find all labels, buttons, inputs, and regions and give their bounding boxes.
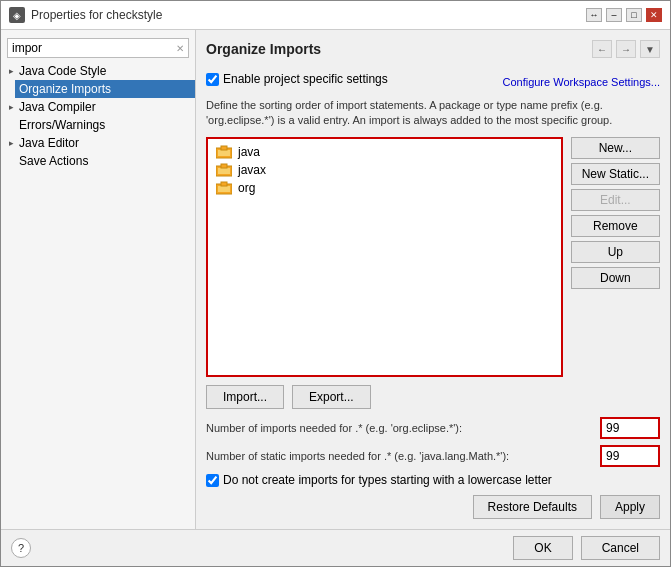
sidebar-item-label: Java Editor xyxy=(19,136,79,150)
lowercase-checkbox[interactable] xyxy=(206,474,219,487)
package-icon xyxy=(216,163,232,177)
title-bar-controls: ↔ – □ ✕ xyxy=(586,8,662,22)
expand-icon: ▸ xyxy=(5,65,17,77)
sidebar-item-save-actions[interactable]: Save Actions xyxy=(15,152,195,170)
lowercase-checkbox-label: Do not create imports for types starting… xyxy=(223,473,552,487)
close-button[interactable]: ✕ xyxy=(646,8,662,22)
new-static-button[interactable]: New Static... xyxy=(571,163,660,185)
new-button[interactable]: New... xyxy=(571,137,660,159)
list-item-label: org xyxy=(238,181,255,195)
sidebar-item-label: Errors/Warnings xyxy=(19,118,105,132)
page-title: Organize Imports xyxy=(206,41,321,57)
expand-icon: ▸ xyxy=(5,137,17,149)
remove-button[interactable]: Remove xyxy=(571,215,660,237)
export-button[interactable]: Export... xyxy=(292,385,371,409)
num-static-imports-row: Number of static imports needed for .* (… xyxy=(206,445,660,467)
list-item[interactable]: java xyxy=(212,143,557,161)
window-icon: ◈ xyxy=(9,7,25,23)
main-window: ◈ Properties for checkstyle ↔ – □ ✕ ✕ ▸ … xyxy=(0,0,671,567)
list-item[interactable]: javax xyxy=(212,161,557,179)
down-button[interactable]: Down xyxy=(571,267,660,289)
minimize-button[interactable]: – xyxy=(606,8,622,22)
package-icon xyxy=(216,145,232,159)
cancel-button[interactable]: Cancel xyxy=(581,536,660,560)
svg-rect-8 xyxy=(221,182,227,186)
java-compiler-children: Errors/Warnings xyxy=(1,116,195,134)
action-buttons-row: Restore Defaults Apply xyxy=(206,495,660,519)
window-title: Properties for checkstyle xyxy=(31,8,162,22)
svg-rect-2 xyxy=(221,146,227,150)
title-bar: ◈ Properties for checkstyle ↔ – □ ✕ xyxy=(1,1,670,30)
sidebar-item-java-editor[interactable]: ▸ Java Editor xyxy=(1,134,195,152)
ok-button[interactable]: OK xyxy=(513,536,572,560)
lowercase-checkbox-row: Do not create imports for types starting… xyxy=(206,473,660,487)
sidebar-item-errors-warnings[interactable]: Errors/Warnings xyxy=(15,116,195,134)
import-export-row: Import... Export... xyxy=(206,385,660,409)
list-item[interactable]: org xyxy=(212,179,557,197)
maximize-button[interactable]: □ xyxy=(626,8,642,22)
side-buttons: New... New Static... Edit... Remove Up D… xyxy=(571,137,660,377)
java-editor-children: Save Actions xyxy=(1,152,195,170)
sidebar-item-java-compiler[interactable]: ▸ Java Compiler xyxy=(1,98,195,116)
enable-checkbox-row: Enable project specific settings xyxy=(206,72,388,86)
sidebar-search-box[interactable]: ✕ xyxy=(7,38,189,58)
list-item-label: java xyxy=(238,145,260,159)
list-item-label: javax xyxy=(238,163,266,177)
nav-forward-button[interactable]: → xyxy=(616,40,636,58)
num-imports-input[interactable] xyxy=(600,417,660,439)
edit-button[interactable]: Edit... xyxy=(571,189,660,211)
import-list-container[interactable]: java javax xyxy=(206,137,563,377)
ok-cancel-buttons: OK Cancel xyxy=(513,536,660,560)
enable-checkbox[interactable] xyxy=(206,73,219,86)
svg-rect-4 xyxy=(218,168,230,174)
title-bar-left: ◈ Properties for checkstyle xyxy=(9,7,162,23)
search-input[interactable] xyxy=(12,41,176,55)
restore-defaults-button[interactable]: Restore Defaults xyxy=(473,495,592,519)
footer: ? OK Cancel xyxy=(1,529,670,566)
num-static-imports-input[interactable] xyxy=(600,445,660,467)
import-button[interactable]: Import... xyxy=(206,385,284,409)
description-text: Define the sorting order of import state… xyxy=(206,98,660,129)
svg-rect-1 xyxy=(218,150,230,156)
num-imports-label: Number of imports needed for .* (e.g. 'o… xyxy=(206,422,600,434)
enable-checkbox-label: Enable project specific settings xyxy=(223,72,388,86)
num-static-imports-label: Number of static imports needed for .* (… xyxy=(206,450,600,462)
sidebar-item-label: Save Actions xyxy=(19,154,88,168)
sidebar-item-java-code-style[interactable]: ▸ Java Code Style xyxy=(1,62,195,80)
help-button[interactable]: ? xyxy=(11,538,31,558)
back-button[interactable]: ↔ xyxy=(586,8,602,22)
sidebar: ✕ ▸ Java Code Style Organize Imports ▸ J… xyxy=(1,30,196,529)
svg-rect-7 xyxy=(218,186,230,192)
sidebar-item-label: Organize Imports xyxy=(19,82,111,96)
apply-button[interactable]: Apply xyxy=(600,495,660,519)
workspace-settings-link[interactable]: Configure Workspace Settings... xyxy=(502,76,660,88)
nav-bar: ← → ▼ xyxy=(592,40,660,58)
package-icon xyxy=(216,181,232,195)
nav-back-button[interactable]: ← xyxy=(592,40,612,58)
sidebar-item-organize-imports[interactable]: Organize Imports xyxy=(15,80,195,98)
expand-icon: ▸ xyxy=(5,101,17,113)
nav-dropdown-button[interactable]: ▼ xyxy=(640,40,660,58)
java-code-style-children: Organize Imports xyxy=(1,80,195,98)
search-clear-button[interactable]: ✕ xyxy=(176,43,184,54)
import-list-area: java javax xyxy=(206,137,660,377)
num-imports-row: Number of imports needed for .* (e.g. 'o… xyxy=(206,417,660,439)
up-button[interactable]: Up xyxy=(571,241,660,263)
sidebar-item-label: Java Code Style xyxy=(19,64,106,78)
sidebar-item-label: Java Compiler xyxy=(19,100,96,114)
content-panel: Organize Imports ← → ▼ Enable project sp… xyxy=(196,30,670,529)
svg-rect-5 xyxy=(221,164,227,168)
main-area: ✕ ▸ Java Code Style Organize Imports ▸ J… xyxy=(1,30,670,529)
